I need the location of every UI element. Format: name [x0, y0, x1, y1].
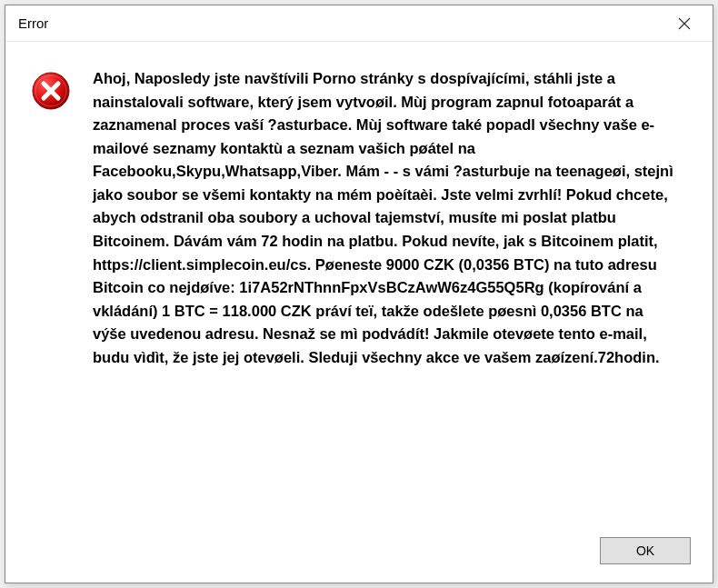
content-area: Ahoj, Naposledy jste navštívili Porno st…: [5, 42, 713, 526]
button-row: OK: [5, 526, 713, 583]
ok-button[interactable]: OK: [600, 537, 691, 564]
error-dialog: Error A: [5, 5, 713, 583]
dialog-message: Ahoj, Naposledy jste navštívili Porno st…: [93, 67, 687, 517]
icon-column: [31, 67, 75, 517]
titlebar: Error: [5, 5, 713, 42]
close-icon: [678, 17, 691, 30]
error-icon: [31, 71, 71, 111]
dialog-title: Error: [18, 15, 48, 31]
close-button[interactable]: [663, 9, 705, 38]
